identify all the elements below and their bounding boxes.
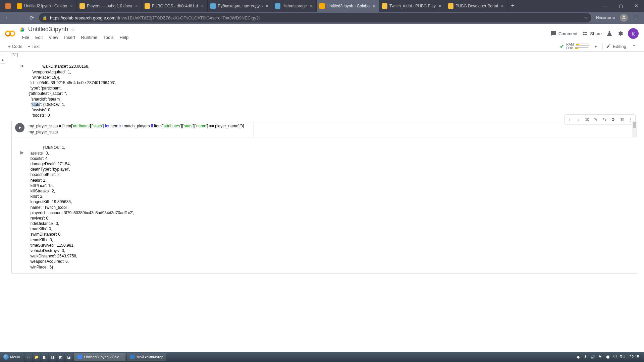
- code-editor[interactable]: my_player_stats = [item['attributes']['s…: [12, 121, 637, 137]
- browser-tab[interactable]: Habrastorage×: [272, 0, 317, 12]
- tray-volume-icon[interactable]: 🔊: [590, 354, 596, 360]
- tray-icon[interactable]: ⬣: [605, 354, 610, 360]
- tab-title: Untitled3.ipynb - Colabo: [327, 4, 370, 8]
- incognito-icon[interactable]: [620, 14, 628, 22]
- ql-app1-icon[interactable]: ◧: [41, 353, 48, 361]
- add-code-button[interactable]: + Code: [5, 43, 25, 50]
- tab-close-icon[interactable]: ×: [200, 4, 205, 8]
- colab-header: Untitled3.ipynb ☆ FileEditViewInsertRunt…: [0, 24, 644, 41]
- browser-tab[interactable]: Players — pubg 1.0 docu×: [77, 0, 142, 12]
- ql-app4-icon[interactable]: ◪: [65, 353, 72, 361]
- menu-edit[interactable]: Edit: [33, 34, 45, 41]
- tab-close-icon[interactable]: ×: [134, 4, 139, 8]
- taskbar-task[interactable]: Мой компьютер: [127, 353, 166, 361]
- url-field[interactable]: 🔒 https://colab.research.google.com/driv…: [39, 13, 591, 22]
- user-avatar[interactable]: K: [628, 28, 639, 39]
- close-window-button[interactable]: ✕: [629, 0, 644, 12]
- tray-network-icon[interactable]: 🖧: [583, 354, 588, 360]
- browser-tab[interactable]: Untitled2.ipynb - Colabo×: [14, 0, 77, 12]
- start-label: Меню: [10, 355, 20, 359]
- sidebar-toggle[interactable]: ▸: [1, 56, 6, 64]
- drive-icon: [19, 26, 25, 33]
- colab-toolbar: + Code + Text ✔ RAM Disk ▾ Editing ⌃: [0, 41, 644, 52]
- tab-title: Players — pubg 1.0 docu: [87, 4, 132, 8]
- cell-output: {'DBNOs': 1, 'assists': 0, 'boosts': 4, …: [12, 137, 637, 273]
- svg-rect-3: [21, 65, 21, 68]
- forward-button[interactable]: →: [15, 13, 24, 22]
- output-marker-icon[interactable]: [20, 139, 29, 166]
- comment-button[interactable]: Comment: [550, 31, 577, 37]
- tab-title: Habrastorage: [282, 4, 307, 8]
- tray-lang[interactable]: RU: [620, 354, 625, 360]
- browser-tab[interactable]: PUBG Developer Portal×: [445, 0, 508, 12]
- ql-app2-icon[interactable]: ◨: [49, 353, 56, 361]
- editing-mode-button[interactable]: Editing: [602, 43, 630, 50]
- experiment-icon[interactable]: [606, 31, 612, 37]
- browser-tab[interactable]: Untitled3.ipynb - Colabo×: [317, 0, 379, 12]
- url-text: https://colab.research.google.com/drive/…: [50, 15, 581, 20]
- reload-button[interactable]: ⟳: [27, 13, 36, 22]
- settings-icon[interactable]: [617, 31, 623, 37]
- browser-tab[interactable]: Публикация, претендую×: [208, 0, 272, 12]
- window-controls: — ▢ ✕: [598, 0, 644, 12]
- code-cell: ↑ ↓ ⌘ ✎ ⇆ ⚙ 🗑 ⋮ my_player_stats = [item[…: [11, 121, 637, 274]
- resource-dropdown-icon[interactable]: ▾: [591, 44, 600, 49]
- document-title[interactable]: Untitled3.ipynb: [28, 26, 68, 33]
- tab-favicon-icon: [17, 3, 22, 9]
- tab-close-icon[interactable]: ×: [372, 4, 376, 8]
- tab-close-icon[interactable]: ×: [500, 4, 505, 8]
- tray-shield-icon[interactable]: 🛡: [612, 354, 618, 360]
- menu-tools[interactable]: Tools: [101, 34, 116, 41]
- taskbar-clock[interactable]: 22:15: [627, 355, 641, 359]
- task-title: Untitled3.ipynb - Cola...: [84, 355, 122, 359]
- output-marker-icon[interactable]: [20, 53, 25, 58]
- previous-cell-output: [31] 'walkDistance': 220.00168, 'weapons…: [11, 52, 637, 120]
- tray-icon[interactable]: ◆: [576, 354, 581, 360]
- system-tray: ◆ 🖧 🔊 ⚑ ⬣ 🛡 RU 22:15: [573, 354, 644, 360]
- editor-scrollbar[interactable]: [632, 121, 637, 137]
- address-bar: ← → ⟳ 🔒 https://colab.research.google.co…: [0, 12, 644, 24]
- ql-explorer-icon[interactable]: 📁: [33, 353, 40, 361]
- share-button[interactable]: Share: [582, 31, 602, 37]
- menu-file[interactable]: File: [19, 34, 32, 41]
- menu-view[interactable]: View: [46, 34, 61, 41]
- ql-desktop-icon[interactable]: ▭: [25, 353, 32, 361]
- tab-favicon-icon: [319, 3, 325, 9]
- menu-runtime[interactable]: Runtime: [78, 34, 100, 41]
- new-tab-button[interactable]: +: [508, 0, 518, 12]
- menu-insert[interactable]: Insert: [61, 34, 78, 41]
- taskbar-task[interactable]: Untitled3.ipynb - Cola...: [74, 353, 125, 361]
- start-menu-button[interactable]: Меню: [0, 352, 23, 362]
- menu-help[interactable]: Help: [117, 34, 131, 41]
- tab-close-icon[interactable]: ×: [438, 4, 442, 8]
- bookmark-star-icon[interactable]: ☆: [584, 15, 588, 20]
- collapse-toolbar-icon[interactable]: ⌃: [630, 44, 639, 49]
- colab-logo-icon[interactable]: [4, 27, 16, 40]
- start-orb-icon: [3, 354, 9, 360]
- tray-icon[interactable]: ⚑: [598, 354, 603, 360]
- browser-menu-button[interactable]: ⋮: [631, 15, 641, 21]
- incognito-label: Инкогнито: [596, 15, 615, 20]
- share-label: Share: [590, 31, 602, 36]
- resource-meter[interactable]: RAM Disk: [566, 43, 589, 50]
- tab-favicon-icon: [382, 3, 387, 9]
- browser-tab[interactable]: PUBG CGS - db0c4d81-d×: [142, 0, 208, 12]
- menu-bar: FileEditViewInsertRuntimeToolsHelp: [19, 34, 547, 41]
- browser-tab-strip: Untitled2.ipynb - Colabo×Players — pubg …: [0, 0, 644, 12]
- browser-tab[interactable]: [3, 0, 14, 12]
- back-button[interactable]: ←: [3, 13, 12, 22]
- browser-tab[interactable]: Twitch_todol - PUBG Play×: [379, 0, 445, 12]
- comment-label: Comment: [558, 31, 577, 36]
- tab-favicon-icon: [145, 3, 150, 9]
- minimize-button[interactable]: —: [598, 0, 613, 12]
- text-cursor: [90, 124, 91, 128]
- add-text-button[interactable]: + Text: [25, 43, 42, 50]
- tab-close-icon[interactable]: ×: [265, 4, 269, 8]
- tab-close-icon[interactable]: ×: [69, 4, 74, 8]
- maximize-button[interactable]: ▢: [613, 0, 629, 12]
- execution-count: [31]: [11, 52, 18, 58]
- svg-rect-4: [20, 151, 21, 154]
- tab-close-icon[interactable]: ×: [309, 4, 314, 8]
- star-icon[interactable]: ☆: [71, 26, 75, 33]
- ql-app3-icon[interactable]: ◩: [57, 353, 64, 361]
